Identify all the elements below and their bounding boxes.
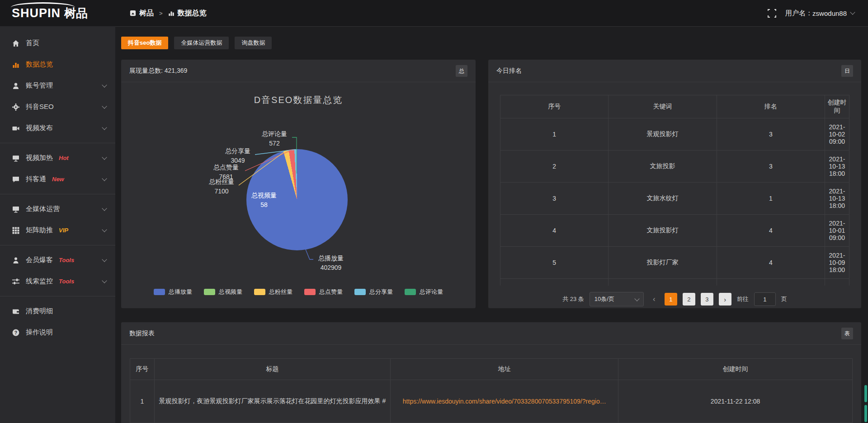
sidebar-item-label: 抖音SEO: [26, 103, 54, 111]
sidebar-item[interactable]: 账号管理: [0, 75, 115, 96]
topbar-right: 用户名： zswodun88: [768, 9, 854, 18]
sidebar-item[interactable]: 线索监控 Tools: [0, 271, 115, 292]
chevron-down-icon: [102, 257, 107, 262]
main-area: 树品 > 数据总览 用户名： zswodun88 抖音seo数据: [115, 0, 868, 423]
app: SHUPIN 树品 首页 数据总览: [0, 0, 868, 423]
table-header-row: 序号 关键词 排名 创建时间: [500, 95, 849, 118]
table-row: 1 景观投影灯，夜游景观投影灯厂家展示展示落花灯在花园里的灯光投影应用效果 # …: [130, 380, 853, 423]
sidebar-item-label: 会员爆客: [26, 256, 53, 264]
breadcrumb-root[interactable]: 树品: [139, 9, 154, 18]
gear-icon: [12, 103, 19, 111]
legend-swatch: [204, 289, 215, 295]
ranking-panel: 今日排名 日 序号 关键词: [488, 60, 861, 308]
cell-index: 5: [500, 247, 609, 279]
table-row: 1 景观投影灯 3 2021-10-02 09:00: [500, 118, 849, 150]
chevron-down-icon: [102, 278, 107, 283]
cell-rank: 1: [717, 183, 825, 215]
cell-index: 3: [500, 183, 609, 215]
chevron-down-icon: [102, 125, 107, 130]
cell-rank: 4: [717, 215, 825, 247]
chevron-down-icon: [634, 296, 639, 301]
cell-index: 2: [500, 150, 609, 183]
clipped-row: [500, 279, 849, 286]
sidebar-item-badge: New: [52, 176, 64, 183]
sidebar-item[interactable]: 矩阵助推 VIP: [0, 220, 115, 241]
breadcrumb: 树品 > 数据总览: [130, 9, 207, 18]
chevron-down-icon: [102, 155, 107, 160]
sidebar-item[interactable]: 视频发布: [0, 118, 115, 139]
username-value: zswodun88: [812, 9, 847, 17]
sidebar-item[interactable]: 抖客通 New: [0, 169, 115, 190]
page-button[interactable]: 2: [683, 293, 695, 306]
sidebar-item[interactable]: 抖音SEO: [0, 96, 115, 118]
legend-item[interactable]: 总播放量: [154, 288, 192, 296]
sidebar-divider: [0, 143, 115, 143]
sidebar-item[interactable]: 会员爆客 Tools: [0, 249, 115, 271]
fullscreen-icon[interactable]: [768, 9, 776, 18]
report-table: 序号 标题 地址 创建时间: [130, 358, 853, 423]
monitor-icon: [12, 206, 19, 213]
sidebar-item[interactable]: 操作说明: [0, 322, 115, 343]
day-toggle-button[interactable]: 日: [841, 65, 853, 77]
legend-item[interactable]: 总点赞量: [304, 288, 343, 296]
scrollbar-thumb[interactable]: [864, 385, 867, 402]
help-icon: [12, 329, 19, 336]
cell-title: 景观投影灯，夜游景观投影灯厂家展示展示落花灯在花园里的灯光投影应用效果 #: [154, 380, 391, 423]
sidebar-item[interactable]: 消费明细: [0, 301, 115, 322]
sidebar-item[interactable]: 全媒体运营: [0, 198, 115, 220]
column-header: 创建时间: [825, 95, 849, 118]
bar-chart-icon: [168, 10, 175, 16]
chat-icon: [12, 176, 19, 183]
legend-item[interactable]: 总粉丝量: [254, 288, 292, 296]
page-button[interactable]: 1: [665, 293, 677, 306]
sidebar-item-label: 视频加热: [26, 154, 53, 162]
sidebar-item-badge: Tools: [59, 278, 74, 285]
sidebar-divider: [0, 296, 115, 296]
cell-created: 2021-10-01 09:00: [825, 215, 849, 247]
sidebar-item-label: 线索监控: [26, 277, 53, 286]
tab[interactable]: 全媒体运营数据: [174, 37, 229, 49]
column-header: 序号: [130, 359, 155, 380]
cell-created: 2021-11-22 12:08: [618, 380, 853, 423]
pagination: 共 23 条 10条/页 ‹ 1 2 3: [500, 292, 849, 306]
sidebar-item-badge: Tools: [59, 257, 74, 263]
page-button[interactable]: 3: [701, 293, 713, 306]
cell-keyword: 文旅投影: [609, 150, 717, 183]
legend-item[interactable]: 总视频量: [204, 288, 242, 296]
goto-page-input[interactable]: [754, 292, 776, 306]
tab[interactable]: 抖音seo数据: [121, 37, 168, 49]
cell-created: 2021-10-13 18:00: [825, 183, 849, 215]
table-row: 3 文旅水纹灯 1 2021-10-13 18:00: [500, 183, 849, 215]
sidebar-item[interactable]: 数据总览: [0, 54, 115, 75]
legend-label: 总分享量: [369, 288, 393, 296]
prev-page-button[interactable]: ‹: [649, 295, 659, 304]
sidebar-divider: [0, 194, 115, 194]
video-link[interactable]: https://www.iesdouyin.com/share/video/70…: [403, 398, 606, 405]
home-icon: [12, 40, 19, 47]
ranking-table: 序号 关键词 排名 创建时间: [500, 95, 849, 286]
legend-swatch: [154, 289, 165, 295]
page-size-select[interactable]: 10条/页: [590, 292, 644, 306]
total-toggle-button[interactable]: 总: [456, 65, 467, 77]
sidebar-item-label: 抖客通: [26, 175, 46, 183]
legend-label: 总点赞量: [319, 288, 343, 296]
chevron-down-icon: [102, 227, 107, 232]
sidebar-item-label: 视频发布: [26, 124, 53, 132]
sidebar-item[interactable]: 首页: [0, 33, 115, 54]
legend-item[interactable]: 总分享量: [354, 288, 393, 296]
cell-keyword: 投影灯厂家: [609, 247, 717, 279]
legend-swatch: [304, 289, 316, 295]
legend-item[interactable]: 总评论量: [405, 288, 443, 296]
chevron-down-icon: [102, 176, 107, 181]
table-row: 5 投影灯厂家 4 2021-10-09 18:00: [500, 247, 849, 279]
topbar: 树品 > 数据总览 用户名： zswodun88: [115, 0, 868, 27]
sidebar-item[interactable]: 视频加热 Hot: [0, 147, 115, 169]
data-tabs: 抖音seo数据 全媒体运营数据 询盘数据: [121, 37, 861, 49]
column-header: 序号: [500, 95, 609, 118]
next-page-button[interactable]: ›: [719, 293, 731, 306]
table-toggle-button[interactable]: 表: [841, 328, 853, 339]
scrollbar-thumb[interactable]: [864, 405, 867, 422]
legend-swatch: [405, 289, 416, 295]
tab[interactable]: 询盘数据: [235, 37, 272, 49]
user-menu[interactable]: 用户名： zswodun88: [785, 9, 854, 18]
